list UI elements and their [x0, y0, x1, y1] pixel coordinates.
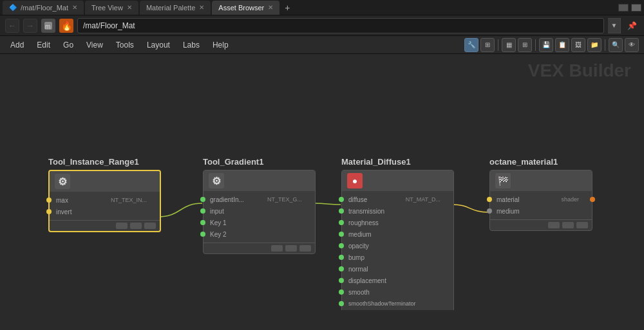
port-normal: normal — [342, 263, 453, 275]
node-tool-gradient-footer — [204, 243, 315, 253]
forward-button[interactable]: → — [23, 19, 37, 33]
tool-img-icon[interactable]: 🖼 — [571, 38, 585, 52]
footer-btn-2[interactable] — [130, 223, 142, 229]
pin-button[interactable]: 📌 — [625, 19, 639, 33]
port-key1-dot[interactable] — [200, 220, 205, 225]
tab-mat-close[interactable]: ✕ — [72, 4, 77, 11]
node-octane-material-header: 🏁 — [490, 170, 592, 191]
tool-folder-icon[interactable]: 📁 — [587, 38, 601, 52]
footer-btn-1[interactable] — [116, 223, 128, 229]
menu-go[interactable]: Go — [58, 39, 79, 51]
canvas-area[interactable]: VEX Builder Tool_Instance_Range1 ⚙ max N… — [0, 54, 644, 310]
port-diffuse: diffuse NT_MAT_D... — [342, 194, 453, 205]
port-oct-material: material shader — [490, 194, 592, 205]
port-medium-label: medium — [342, 231, 378, 238]
node-tool-instance-label: Tool_Instance_Range1 — [48, 157, 139, 167]
footer-btn-g3[interactable] — [299, 245, 311, 252]
tool-list-icon[interactable]: 📋 — [555, 38, 569, 52]
port-key2: Key 2 — [204, 228, 315, 240]
connection-2 — [314, 203, 341, 205]
footer-btn-o3[interactable] — [576, 222, 588, 228]
tab-treeview[interactable]: Tree View ✕ — [85, 1, 138, 15]
port-medium-dot[interactable] — [339, 232, 344, 237]
port-invert-label: invert — [50, 208, 78, 215]
breadcrumb-path[interactable]: /mat/Floor_Mat — [77, 18, 604, 33]
tool-wrench-icon[interactable]: 🔧 — [464, 38, 478, 52]
port-oct-material-out-dot[interactable] — [590, 197, 595, 202]
tab-mat-icon: 🔷 — [9, 4, 17, 11]
port-displacement-dot[interactable] — [339, 278, 344, 283]
tab-matpalette[interactable]: Material Palette ✕ — [140, 1, 211, 15]
menu-bar: Add Edit Go View Tools Layout Labs Help … — [0, 36, 644, 54]
port-smooth-dot[interactable] — [339, 289, 344, 295]
menu-add[interactable]: Add — [5, 39, 29, 51]
port-key2-dot[interactable] — [200, 232, 205, 237]
port-oct-medium-dot[interactable] — [487, 208, 492, 214]
port-roughness: roughness — [342, 217, 453, 228]
node-octane-material-body: material shader medium — [490, 191, 592, 219]
port-gradientin-dot[interactable] — [200, 197, 205, 202]
tool-grid2-icon[interactable]: ⊞ — [518, 38, 532, 52]
footer-btn-o1[interactable] — [548, 222, 560, 228]
footer-btn-g2[interactable] — [285, 245, 297, 252]
tab-matpalette-close[interactable]: ✕ — [199, 4, 204, 11]
port-smoothshadow-dot[interactable] — [339, 301, 344, 306]
port-displacement: displacement — [342, 275, 453, 286]
tool-network-icon[interactable]: ⊞ — [480, 38, 495, 52]
tab-assetbrowser-label: Asset Browser — [218, 4, 264, 12]
port-bump-dot[interactable] — [339, 255, 344, 260]
tool-save-icon[interactable]: 💾 — [539, 38, 553, 52]
port-invert-dot[interactable] — [46, 209, 52, 214]
port-max-dot[interactable] — [46, 197, 52, 203]
tab-treeview-close[interactable]: ✕ — [127, 4, 132, 11]
port-gradientin-value: NT_TEX_G... — [261, 196, 308, 203]
port-key1-label: Key 1 — [204, 219, 233, 226]
tab-mat-label: /mat/Floor_Mat — [21, 4, 68, 12]
port-transmission: transmission — [342, 205, 453, 217]
footer-btn-3[interactable] — [144, 223, 156, 229]
menu-help[interactable]: Help — [207, 39, 234, 51]
port-normal-dot[interactable] — [339, 266, 344, 271]
tab-matpalette-label: Material Palette — [146, 4, 195, 12]
back-button[interactable]: ← — [5, 19, 19, 33]
win-min-button[interactable] — [618, 4, 629, 12]
menu-edit[interactable]: Edit — [32, 39, 55, 51]
footer-btn-g1[interactable] — [271, 245, 283, 252]
menu-layout[interactable]: Layout — [142, 39, 175, 51]
svg-text:m: m — [45, 23, 50, 30]
tool-search-icon[interactable]: 🔍 — [609, 38, 623, 52]
menu-tools[interactable]: Tools — [111, 39, 139, 51]
tool-grid1-icon[interactable]: ▦ — [502, 38, 516, 52]
port-transmission-label: transmission — [342, 208, 391, 215]
port-roughness-dot[interactable] — [339, 220, 344, 225]
tab-assetbrowser[interactable]: Asset Browser ✕ — [212, 1, 279, 15]
port-input: input — [204, 205, 315, 217]
tab-assetbrowser-close[interactable]: ✕ — [268, 4, 273, 11]
port-opacity-dot[interactable] — [339, 243, 344, 248]
port-displacement-label: displacement — [342, 277, 393, 284]
node-octane-material-footer — [490, 219, 592, 230]
port-transmission-dot[interactable] — [339, 208, 344, 214]
tab-mat[interactable]: 🔷 /mat/Floor_Mat ✕ — [3, 1, 84, 15]
menu-view[interactable]: View — [81, 39, 108, 51]
port-max: max NT_TEX_IN... — [50, 194, 160, 206]
menu-labs[interactable]: Labs — [178, 39, 205, 51]
port-gradientin-label: gradientIn... — [204, 196, 251, 203]
tool-eye-icon[interactable]: 👁 — [625, 38, 639, 52]
path-dropdown[interactable]: ▼ — [608, 18, 621, 33]
port-oct-material-label: material — [490, 196, 526, 203]
window-controls — [618, 4, 641, 12]
node-material-diffuse-label: Material_Diffuse1 — [341, 157, 411, 167]
footer-btn-o2[interactable] — [562, 222, 574, 228]
port-input-dot[interactable] — [200, 208, 205, 214]
win-max-button[interactable] — [631, 4, 641, 12]
port-medium: medium — [342, 228, 453, 240]
add-tab-button[interactable]: + — [281, 1, 294, 14]
port-normal-label: normal — [342, 266, 375, 273]
port-input-label: input — [204, 208, 231, 215]
port-opacity: opacity — [342, 240, 453, 252]
node-octane-material-icon: 🏁 — [495, 173, 511, 188]
port-diffuse-label: diffuse — [342, 196, 374, 203]
port-oct-material-in-dot[interactable] — [487, 197, 492, 202]
port-diffuse-dot[interactable] — [339, 197, 344, 202]
